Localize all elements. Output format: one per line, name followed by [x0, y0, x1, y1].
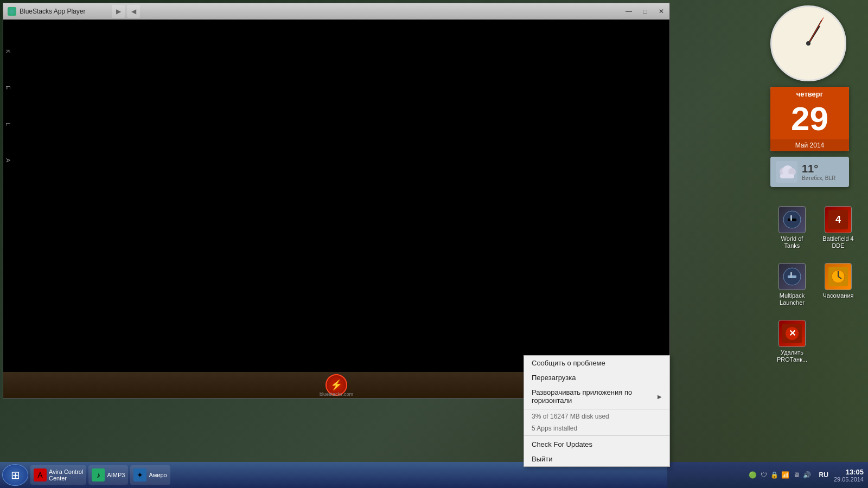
- tray-date: 29.05.2014: [834, 476, 864, 483]
- bs-toolbar: ▶ ◀: [112, 5, 140, 18]
- aimp3-icon: ♪: [92, 468, 105, 481]
- weather-city: Витебск, BLR: [802, 175, 835, 181]
- weather-widget: 11° Витебск, BLR: [770, 157, 849, 187]
- часомания-label: Часомания: [822, 292, 853, 299]
- bf4-icon: 4: [825, 206, 852, 233]
- context-menu-separator-2: [524, 435, 669, 436]
- desktop-icon-multipack[interactable]: MultipackLauncher: [770, 260, 814, 314]
- sidebar-letter-e: E: [6, 86, 11, 89]
- context-menu: Сообщить о проблеме Перезагрузка Развора…: [524, 355, 670, 467]
- multipack-icon: [778, 263, 806, 290]
- context-menu-item-updates[interactable]: Check For Updates: [524, 437, 669, 452]
- amiro-label: Амиро: [149, 472, 167, 478]
- bluestacks-content: K E L A: [3, 20, 669, 372]
- context-menu-separator-1: [524, 409, 669, 409]
- bf4-label: Battlefield 4DDE: [822, 235, 853, 249]
- tray-icon-volume[interactable]: 🔊: [803, 471, 812, 479]
- context-menu-item-exit[interactable]: Выйти: [524, 452, 669, 466]
- second-hand: [808, 17, 824, 43]
- system-tray: 🟢 🛡 🔒 📶 🖥 🔊 RU 13:05 29.05.2014: [667, 462, 868, 488]
- bluestacks-window: BlueStacks App Player ▶ ◀ — □ ✕ K E L A …: [3, 3, 670, 399]
- clock-center: [806, 41, 810, 46]
- aimp3-label: AIMP3: [107, 472, 125, 478]
- wot-label: World ofTanks: [781, 235, 803, 249]
- удалить-label: УдалитьPROТанк...: [777, 349, 807, 363]
- tray-time: 13:05: [834, 468, 864, 476]
- sidebar-letter-k: K: [6, 49, 11, 53]
- taskbar-item-amiro[interactable]: ✦ Амиро: [130, 465, 170, 485]
- maximize-button[interactable]: □: [637, 3, 653, 20]
- bluestacks-url: bluestacks.com: [320, 391, 353, 397]
- удалить-icon: ✕: [778, 320, 806, 347]
- calendar-month-year: Май 2014: [770, 139, 849, 151]
- taskbar-item-aimp3[interactable]: ♪ AIMP3: [88, 465, 128, 485]
- svg-rect-8: [790, 215, 792, 221]
- taskbar-item-avira[interactable]: A Avira ControlCenter: [30, 465, 86, 485]
- tray-icon-bs[interactable]: 🟢: [749, 471, 757, 479]
- weather-icon: [776, 161, 797, 183]
- svg-text:✕: ✕: [789, 329, 796, 338]
- close-button[interactable]: ✕: [653, 3, 669, 20]
- right-sidebar: четверг 29 Май 2014 11° Витебск, BLR: [770, 5, 857, 361]
- часомания-icon: [825, 263, 852, 290]
- tray-icon-avira[interactable]: 🛡: [760, 471, 768, 479]
- window-titlebar: BlueStacks App Player ▶ ◀ — □ ✕: [3, 3, 669, 20]
- context-menu-apps-info: 5 Apps installed: [524, 422, 669, 434]
- bluestacks-icon: [8, 7, 16, 16]
- window-title: BlueStacks App Player: [20, 8, 85, 15]
- window-controls: — □ ✕: [621, 3, 669, 20]
- tray-language[interactable]: RU: [819, 471, 828, 479]
- svg-rect-4: [780, 174, 794, 178]
- bs-icon-2[interactable]: ◀: [127, 5, 140, 18]
- tray-icon-firewall[interactable]: 🔒: [770, 471, 779, 479]
- avira-icon: A: [34, 468, 47, 481]
- amiro-icon: ✦: [133, 468, 146, 481]
- sidebar-letter-a: A: [6, 158, 11, 162]
- clock-widget: [770, 5, 846, 81]
- svg-text:4: 4: [835, 214, 841, 225]
- context-menu-item-reboot[interactable]: Перезагрузка: [524, 370, 669, 385]
- svg-rect-14: [790, 272, 792, 278]
- avira-label: Avira ControlCenter: [49, 468, 83, 481]
- bs-icon-1[interactable]: ▶: [112, 5, 125, 18]
- calendar-day-number: 29: [770, 100, 849, 139]
- clock-face: [773, 8, 844, 79]
- weather-temperature: 11°: [802, 163, 835, 175]
- tray-icons: 🟢 🛡 🔒 📶 🖥 🔊: [749, 471, 812, 479]
- calendar-widget: четверг 29 Май 2014: [770, 87, 849, 151]
- tray-clock[interactable]: 13:05 29.05.2014: [834, 468, 864, 483]
- multipack-label: MultipackLauncher: [780, 292, 805, 306]
- submenu-arrow: ▶: [658, 394, 662, 400]
- wot-icon: [778, 206, 806, 233]
- desktop-icon-battlefield4[interactable]: 4 Battlefield 4DDE: [816, 203, 860, 258]
- context-menu-disk-info: 3% of 16247 MB disk used: [524, 410, 669, 422]
- sidebar-letters: K E L A: [3, 47, 14, 165]
- context-menu-item-rotate[interactable]: Разворачивать приложения по горизонтали …: [524, 385, 669, 408]
- tray-icon-network[interactable]: 📶: [781, 471, 790, 479]
- desktop-icon-удалить[interactable]: ✕ УдалитьPROТанк...: [770, 317, 814, 371]
- tray-icon-monitor[interactable]: 🖥: [792, 471, 801, 479]
- desktop-icon-часомания[interactable]: Часомания: [816, 260, 860, 314]
- calendar-day-name: четверг: [770, 87, 849, 100]
- context-menu-item-report[interactable]: Сообщить о проблеме: [524, 356, 669, 370]
- sidebar-letter-l: L: [6, 123, 11, 126]
- desktop-icons: World ofTanks 4 Battlefield 4DDE Mult: [770, 203, 857, 371]
- start-button[interactable]: ⊞: [2, 464, 28, 486]
- weather-info: 11° Витебск, BLR: [802, 163, 835, 181]
- minimize-button[interactable]: —: [621, 3, 637, 20]
- desktop-icon-world-of-tanks[interactable]: World ofTanks: [770, 203, 814, 258]
